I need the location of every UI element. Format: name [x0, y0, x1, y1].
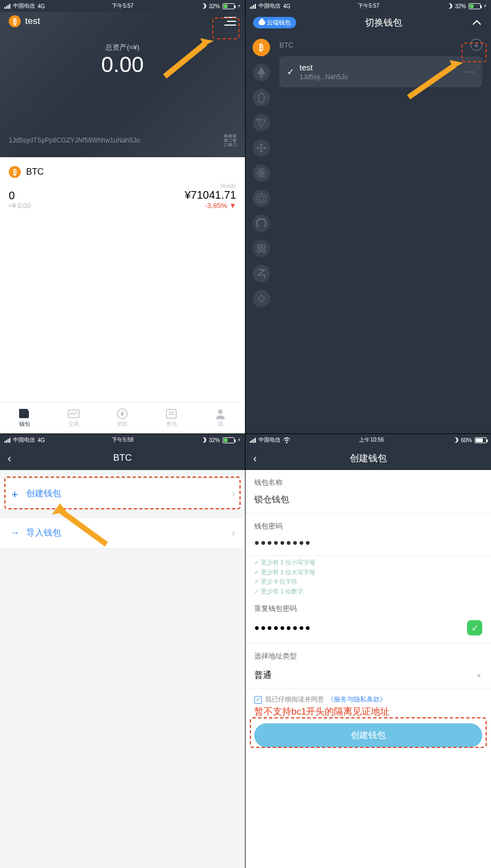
chain-sidebar: ₿	[246, 33, 277, 430]
exchange-label: Huobi	[184, 182, 236, 189]
check-icon: ✓	[287, 67, 294, 77]
chain-more[interactable]	[253, 290, 270, 307]
cloud-wallet-pill[interactable]: 云端钱包	[253, 17, 296, 28]
chain-coin8[interactable]	[253, 240, 270, 257]
qr-icon[interactable]	[224, 134, 236, 146]
password-input[interactable]: ●●●●●●●●●	[246, 533, 491, 556]
total-assets-amount: 0.00	[0, 52, 245, 77]
svg-rect-18	[256, 146, 260, 150]
coin-price: ¥71041.71	[184, 189, 236, 201]
battery-icon	[223, 3, 235, 9]
svg-point-24	[261, 173, 262, 174]
caret-down-icon: ▼	[476, 672, 482, 680]
coin-label: BTC	[26, 167, 44, 177]
highlight-create	[4, 477, 241, 509]
type-label: 选择地址类型	[246, 644, 491, 663]
compass-icon	[116, 408, 128, 419]
tab-me[interactable]: 我	[196, 402, 245, 433]
check-ok-icon: ✓	[467, 620, 482, 635]
svg-point-8	[218, 409, 223, 414]
svg-marker-31	[258, 295, 265, 302]
svg-point-27	[258, 245, 261, 248]
coin-change: -3.85% ▼	[184, 201, 236, 210]
svg-marker-14	[257, 119, 266, 127]
status-bar: 中国电信4G 下午5:57 32%⚡︎	[0, 0, 245, 12]
page-title: BTC	[21, 453, 224, 463]
svg-point-30	[262, 249, 265, 252]
svg-marker-4	[121, 411, 124, 417]
svg-marker-13	[258, 92, 265, 103]
wallet-name: test	[300, 63, 348, 72]
svg-rect-1	[19, 409, 28, 412]
person-icon	[214, 408, 226, 419]
repeat-password-input[interactable]: ●●●●●●●●●	[254, 623, 467, 633]
svg-rect-16	[260, 143, 263, 146]
tab-trade[interactable]: 交易	[49, 402, 98, 433]
svg-marker-25	[257, 193, 266, 203]
signal-icon	[4, 4, 10, 9]
page-title: 切换钱包	[303, 16, 464, 29]
svg-marker-11	[258, 67, 265, 75]
tab-news[interactable]: 资讯	[147, 402, 196, 433]
password-label: 钱包密码	[246, 514, 491, 533]
chain-iost[interactable]	[253, 189, 270, 207]
svg-rect-5	[166, 409, 176, 418]
wifi-icon	[283, 437, 290, 443]
back-button[interactable]: ‹	[253, 452, 266, 465]
svg-point-29	[258, 249, 261, 252]
name-input[interactable]: 锁仓钱包	[246, 490, 491, 514]
status-bar: 中国电信 上午10:56 60%	[246, 434, 491, 446]
arrow-right-icon: →	[10, 527, 20, 539]
repeat-password-label: 重复钱包密码	[246, 596, 491, 616]
svg-marker-26	[259, 195, 264, 201]
highlight-type	[250, 717, 487, 748]
coin-fiat: ≈¥ 0.00	[9, 202, 31, 210]
svg-point-28	[262, 245, 265, 248]
address-type-select[interactable]: 普通 ▼	[246, 663, 491, 688]
svg-rect-20	[260, 146, 263, 150]
chain-ont[interactable]	[253, 215, 270, 232]
back-button[interactable]: ‹	[8, 452, 21, 465]
trade-icon	[68, 408, 80, 419]
moon-icon	[201, 3, 206, 9]
chain-trx[interactable]	[253, 114, 270, 132]
agree-row[interactable]: ✓ 我已仔细阅读并同意 《服务与隐私条款》	[246, 688, 491, 705]
tab-browse[interactable]: 浏览	[98, 402, 147, 433]
chain-eth[interactable]	[253, 64, 270, 81]
name-label: 钱包名称	[246, 470, 491, 490]
tab-wallet[interactable]: 钱包	[0, 402, 49, 433]
btc-icon: ₿	[9, 15, 21, 27]
wallet-name: test	[25, 16, 40, 27]
wallet-icon	[19, 408, 31, 419]
password-rules: 至少有 1 位小写字母至少有 1 位大写字母至少 8 位字符至少有 1 位数字	[246, 556, 491, 596]
page-title: 创建钱包	[266, 452, 470, 465]
btc-coin-icon: ₿	[9, 166, 21, 178]
wallet-card[interactable]: ✓ test1Jd5sy...Nah5Ju ⋯	[279, 56, 482, 87]
coin-balance: 0	[9, 189, 31, 202]
chain-btc[interactable]: ₿	[253, 39, 270, 56]
svg-rect-19	[263, 146, 266, 150]
chain-bnb[interactable]	[253, 139, 270, 157]
chevron-right-icon: ›	[232, 527, 235, 539]
highlight-menu	[212, 17, 239, 39]
highlight-add	[462, 43, 487, 62]
more-icon[interactable]: ⋯	[466, 67, 475, 77]
warning-text: 暂不支持bc1开头的隔离见证地址	[246, 705, 491, 718]
chain-zil[interactable]	[253, 265, 270, 282]
collapse-button[interactable]	[470, 18, 483, 28]
wallet-address[interactable]: 1Jd5sydTSyPp6CGZYJNf59Whhw1uNah5Ju	[9, 136, 218, 144]
agree-checkbox[interactable]: ✓	[254, 696, 262, 704]
charge-icon: ⚡︎	[237, 3, 241, 9]
tab-bar: 钱包 交易 浏览 资讯 我	[0, 402, 245, 433]
cloud-icon	[259, 20, 265, 25]
status-bar: 中国电信4G 下午5:58 32%⚡︎	[0, 434, 245, 446]
import-wallet-row[interactable]: → 导入钱包 ›	[0, 518, 245, 549]
total-assets-label: 总资产(≈¥)	[0, 43, 245, 52]
status-bar: 中国电信4G 下午5:57 32%⚡︎	[246, 0, 491, 12]
chain-eos[interactable]	[253, 89, 270, 106]
news-icon	[165, 408, 177, 419]
section-label: BTC	[279, 41, 294, 49]
terms-link[interactable]: 《服务与隐私条款》	[327, 695, 386, 704]
chain-atom[interactable]	[253, 164, 270, 182]
wallet-addr-short: 1Jd5sy...Nah5Ju	[300, 73, 348, 81]
